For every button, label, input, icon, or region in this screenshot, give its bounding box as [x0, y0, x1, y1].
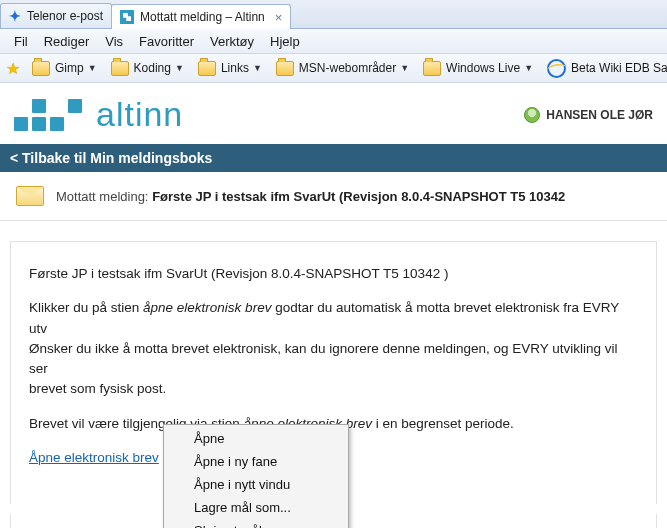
- mail-icon: [16, 186, 44, 206]
- telenor-icon: ✦: [9, 8, 21, 24]
- chevron-down-icon: ▼: [175, 63, 184, 73]
- text: Ønsker du ikke å motta brevet elektronis…: [29, 341, 618, 376]
- chevron-down-icon: ▼: [400, 63, 409, 73]
- text: Klikker du på stien: [29, 300, 143, 315]
- message-title: Første JP i testsak ifm SvarUt (Revisjon…: [152, 189, 565, 204]
- menu-view[interactable]: Vis: [97, 32, 131, 51]
- ctx-open[interactable]: Åpne: [166, 427, 346, 450]
- bookmark-gimp[interactable]: Gimp ▼: [26, 59, 103, 78]
- ctx-save-target-as[interactable]: Lagre mål som...: [166, 496, 346, 519]
- bookmarks-bar: ★ Gimp ▼ Koding ▼ Links ▼ MSN-webområder…: [0, 54, 667, 83]
- menu-help[interactable]: Hjelp: [262, 32, 308, 51]
- body-line-1: Første JP i testsak ifm SvarUt (Revisjon…: [29, 264, 638, 284]
- user-box[interactable]: HANSEN OLE JØR: [524, 107, 653, 123]
- close-icon[interactable]: ×: [275, 11, 283, 24]
- logo-mark-icon: [14, 99, 86, 131]
- altinn-logo[interactable]: altinn: [14, 95, 183, 134]
- tab-telenor[interactable]: ✦ Telenor e-post: [0, 3, 112, 28]
- bookmark-label: Gimp: [55, 61, 84, 75]
- folder-icon: [276, 61, 294, 76]
- menu-tools[interactable]: Verktøy: [202, 32, 262, 51]
- ie-icon: [547, 59, 566, 78]
- tab-label: Telenor e-post: [27, 9, 103, 23]
- bookmark-koding[interactable]: Koding ▼: [105, 59, 190, 78]
- back-link[interactable]: < Tilbake til Min meldingsboks: [0, 144, 667, 172]
- altinn-icon: [120, 10, 134, 24]
- ctx-open-new-window[interactable]: Åpne i nytt vindu: [166, 473, 346, 496]
- menu-file[interactable]: Fil: [6, 32, 36, 51]
- text: i en begrenset periode.: [372, 416, 514, 431]
- link-context-menu: Åpne Åpne i ny fane Åpne i nytt vindu La…: [163, 424, 349, 528]
- bookmark-label: Beta Wiki EDB Sak og Ar: [571, 61, 667, 75]
- bookmark-label: Links: [221, 61, 249, 75]
- open-electronic-letter-link[interactable]: Åpne elektronisk brev: [29, 450, 159, 465]
- folder-icon: [198, 61, 216, 76]
- bookmark-label: Windows Live: [446, 61, 520, 75]
- folder-icon: [423, 61, 441, 76]
- tab-altinn[interactable]: Mottatt melding – Altinn ×: [111, 4, 291, 29]
- tab-label: Mottatt melding – Altinn: [140, 10, 265, 24]
- menu-edit[interactable]: Rediger: [36, 32, 98, 51]
- message-label: Mottatt melding:: [56, 189, 149, 204]
- emphasis: åpne elektronisk brev: [143, 300, 271, 315]
- ctx-print-target[interactable]: Skriv ut mål: [166, 519, 346, 528]
- chevron-down-icon: ▼: [524, 63, 533, 73]
- browser-tabstrip: ✦ Telenor e-post Mottatt melding – Altin…: [0, 0, 667, 29]
- bookmark-betawiki[interactable]: Beta Wiki EDB Sak og Ar: [541, 57, 667, 80]
- body-paragraph-2: Klikker du på stien åpne elektronisk bre…: [29, 298, 638, 399]
- menu-favorites[interactable]: Favoritter: [131, 32, 202, 51]
- chevron-down-icon: ▼: [88, 63, 97, 73]
- user-icon: [524, 107, 540, 123]
- chevron-down-icon: ▼: [253, 63, 262, 73]
- text: brevet som fysisk post.: [29, 381, 166, 396]
- ctx-open-new-tab[interactable]: Åpne i ny fane: [166, 450, 346, 473]
- menubar: Fil Rediger Vis Favoritter Verktøy Hjelp: [0, 29, 667, 54]
- favorites-star-icon[interactable]: ★: [6, 59, 20, 78]
- user-name: HANSEN OLE JØR: [546, 108, 653, 122]
- bookmark-label: Koding: [134, 61, 171, 75]
- logo-text: altinn: [96, 95, 183, 134]
- bookmark-winlive[interactable]: Windows Live ▼: [417, 59, 539, 78]
- message-header: Mottatt melding: Første JP i testsak ifm…: [0, 172, 667, 221]
- bookmark-msn[interactable]: MSN-webområder ▼: [270, 59, 415, 78]
- bookmark-label: MSN-webområder: [299, 61, 396, 75]
- bookmark-links[interactable]: Links ▼: [192, 59, 268, 78]
- folder-icon: [32, 61, 50, 76]
- folder-icon: [111, 61, 129, 76]
